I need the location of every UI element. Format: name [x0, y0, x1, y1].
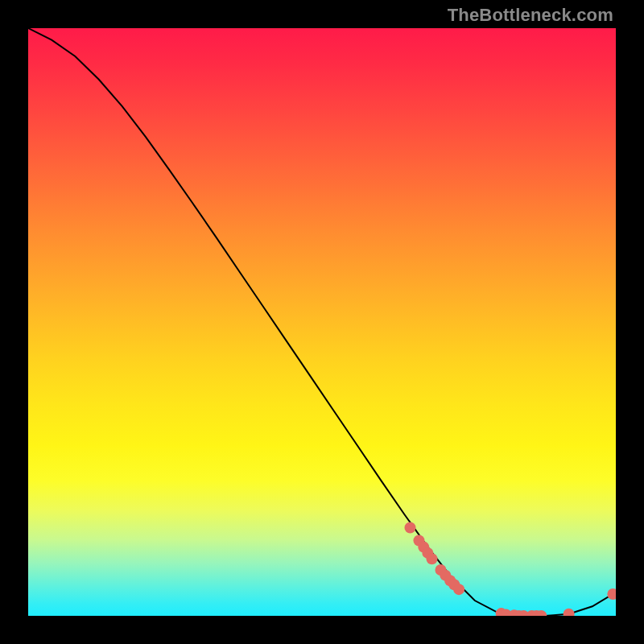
- data-marker: [453, 584, 464, 595]
- chart-svg: [28, 28, 616, 616]
- data-marker: [427, 553, 438, 564]
- plot-area: [28, 28, 616, 616]
- data-curve: [28, 28, 616, 616]
- data-marker: [564, 609, 575, 616]
- data-marker: [607, 588, 616, 600]
- watermark-text: TheBottleneck.com: [448, 5, 613, 26]
- data-marker: [405, 522, 416, 534]
- marker-group: [405, 522, 617, 617]
- chart-stage: TheBottleneck.com: [0, 0, 644, 644]
